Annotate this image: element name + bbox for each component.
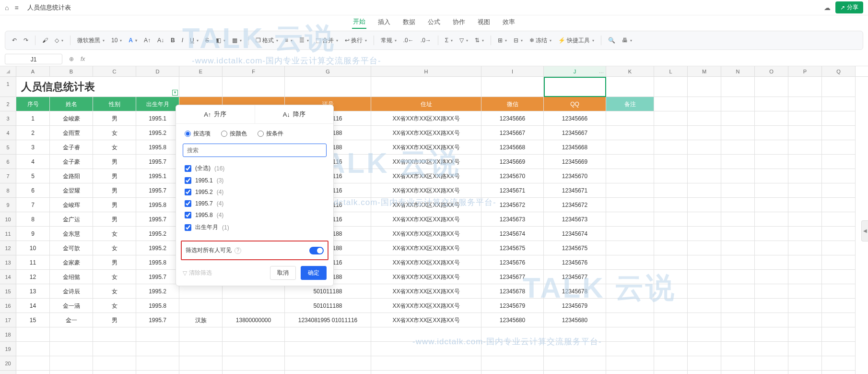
cell[interactable]	[93, 356, 136, 371]
font-color-button[interactable]: A	[127, 36, 139, 45]
cell[interactable]	[285, 327, 371, 342]
col-header-J[interactable]: J⋯	[544, 66, 606, 76]
cell[interactable]	[755, 270, 788, 284]
number-format-button[interactable]: 常规	[379, 36, 399, 46]
cell-addr[interactable]: XX省XX市XX区XX路XX号	[371, 270, 481, 284]
cell-qq[interactable]: 12345669	[544, 155, 606, 169]
col-header-F[interactable]: F	[223, 66, 285, 76]
row-header[interactable]: 1	[0, 77, 16, 97]
cell-eth[interactable]: 汉族	[179, 313, 223, 327]
cell[interactable]	[755, 313, 788, 327]
cell[interactable]	[654, 327, 688, 342]
cell[interactable]	[755, 284, 788, 299]
cell[interactable]	[136, 356, 179, 371]
cell-eth[interactable]	[179, 284, 223, 299]
cell[interactable]	[788, 327, 822, 342]
cell[interactable]	[50, 371, 93, 374]
cell[interactable]	[606, 169, 654, 183]
row-header[interactable]: 6	[0, 155, 16, 169]
cell[interactable]	[755, 356, 788, 371]
cell[interactable]	[223, 327, 285, 342]
filter-handle-icon[interactable]	[172, 90, 178, 96]
cell[interactable]	[688, 356, 721, 371]
cell-name[interactable]: 金家豪	[50, 255, 93, 270]
menu-插入[interactable]: 插入	[377, 16, 391, 28]
cell[interactable]	[285, 356, 371, 371]
cell-name[interactable]: 金峻豪	[50, 111, 93, 126]
cell-qq[interactable]: 12345666	[544, 111, 606, 126]
cell[interactable]	[788, 155, 822, 169]
cell[interactable]	[654, 140, 688, 155]
filter-by-item-radio[interactable]: 按选项	[185, 130, 211, 138]
cell[interactable]	[788, 140, 822, 155]
cell[interactable]	[654, 169, 688, 183]
cell[interactable]	[822, 227, 856, 241]
header-微信[interactable]: 微信	[481, 97, 544, 111]
cell-addr[interactable]: XX省XX市XX区XX路XX号	[371, 155, 481, 169]
cell[interactable]	[544, 371, 606, 374]
delete-icon[interactable]: ⊟	[512, 36, 525, 45]
cell[interactable]	[822, 255, 856, 270]
cell-wx[interactable]: 12345670	[481, 169, 544, 183]
font-size-up-icon[interactable]: A↑	[142, 36, 152, 45]
cell-wx[interactable]: 12345676	[481, 255, 544, 270]
cell[interactable]	[755, 241, 788, 255]
cell[interactable]	[16, 371, 50, 374]
cell[interactable]	[788, 77, 822, 97]
cell[interactable]	[822, 327, 856, 342]
cell[interactable]	[721, 327, 755, 342]
cell[interactable]	[688, 183, 721, 198]
cell-qq[interactable]: 12345667	[544, 126, 606, 140]
cell[interactable]	[371, 77, 481, 97]
font-size-down-icon[interactable]: A↓	[155, 36, 166, 45]
cell[interactable]	[606, 126, 654, 140]
cell-addr[interactable]: XX省XX市XX区XX路XX号	[371, 140, 481, 155]
cell[interactable]	[721, 299, 755, 313]
row-header[interactable]: 16	[0, 299, 16, 313]
cell-name[interactable]: 金子睿	[50, 140, 93, 155]
cell-dob[interactable]: 1995.8	[136, 198, 179, 212]
cell[interactable]	[136, 327, 179, 342]
cell[interactable]	[755, 126, 788, 140]
cell-sex[interactable]: 男	[93, 212, 136, 227]
sum-icon[interactable]: Σ	[443, 36, 455, 45]
cell[interactable]	[654, 241, 688, 255]
cell[interactable]	[721, 198, 755, 212]
cell-wx[interactable]: 12345672	[481, 198, 544, 212]
cell[interactable]	[721, 169, 755, 183]
cancel-button[interactable]: 取消	[270, 266, 296, 280]
cell-name[interactable]: 金东慧	[50, 227, 93, 241]
zoom-icon[interactable]: ⊕	[69, 56, 74, 62]
cell-sex[interactable]: 女	[93, 270, 136, 284]
cell[interactable]	[606, 198, 654, 212]
cell-dob[interactable]: 1995.2	[136, 227, 179, 241]
cell[interactable]	[688, 255, 721, 270]
cell-seq[interactable]: 2	[16, 126, 50, 140]
cell[interactable]	[721, 342, 755, 356]
cell[interactable]	[822, 183, 856, 198]
cell[interactable]	[223, 77, 285, 97]
cell[interactable]	[688, 155, 721, 169]
cell-dob[interactable]: 1995.7	[136, 155, 179, 169]
cell[interactable]	[371, 342, 481, 356]
col-header-L[interactable]: L	[654, 66, 688, 76]
insert-icon[interactable]: ⊞	[496, 36, 509, 45]
name-box[interactable]: J1	[5, 54, 62, 64]
cell-dob[interactable]: 1995.2	[136, 241, 179, 255]
cell[interactable]	[688, 327, 721, 342]
cell-name[interactable]: 金广运	[50, 212, 93, 227]
cell-name[interactable]: 金一涵	[50, 299, 93, 313]
cell-dob[interactable]: 1995.7	[136, 183, 179, 198]
bold-icon[interactable]: B	[169, 36, 177, 45]
cell-name[interactable]: 金雨萱	[50, 126, 93, 140]
cell[interactable]	[822, 284, 856, 299]
cell[interactable]	[822, 241, 856, 255]
cell[interactable]	[606, 270, 654, 284]
cell[interactable]	[721, 313, 755, 327]
cell[interactable]	[721, 77, 755, 97]
cell[interactable]	[688, 313, 721, 327]
cell-dob[interactable]: 1995.1	[136, 111, 179, 126]
cell-addr[interactable]: XX省XX市XX区XX路XX号	[371, 111, 481, 126]
cell[interactable]	[755, 77, 788, 97]
cell-dob[interactable]: 1995.8	[136, 255, 179, 270]
